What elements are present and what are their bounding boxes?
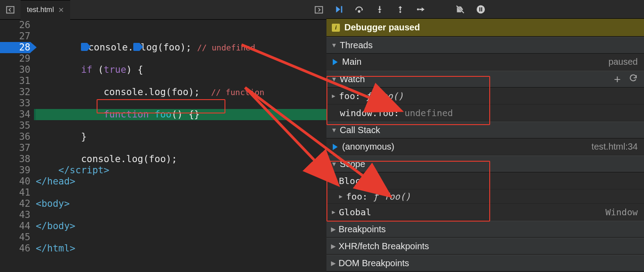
line-gutter: 2627282930313233343536373839404142434445… [0, 20, 34, 272]
watch-value: ƒ foo() [366, 91, 403, 101]
code-area: console.log(foo); // undefined if (true)… [34, 20, 326, 272]
editor-tabbar: test.html ✕ [0, 0, 326, 20]
section-label: Threads [340, 40, 373, 50]
section-label: DOM Breakpoints [339, 258, 409, 268]
scope-block[interactable]: ▼ Block [326, 172, 644, 189]
section-breakpoints[interactable]: ▶ Breakpoints [326, 221, 644, 238]
frame-location: test.html:34 [592, 142, 638, 152]
thread-main[interactable]: Main paused [326, 54, 644, 71]
nav-right-icon[interactable] [311, 2, 326, 17]
callstack-frame[interactable]: (anonymous) test.html:34 [326, 138, 644, 155]
svg-rect-6 [379, 6, 381, 9]
scope-label: Block [339, 176, 366, 186]
section-dom-breakpoints[interactable]: ▶ DOM Breakpoints [326, 255, 644, 272]
thread-name: Main [342, 57, 361, 67]
step-out-icon[interactable] [394, 4, 406, 15]
debugger-status-banner: i Debugger paused [326, 19, 644, 37]
current-frame-icon [333, 144, 338, 150]
section-xhr-breakpoints[interactable]: ▶ XHR/fetch Breakpoints [326, 238, 644, 255]
caret-down-icon: ▼ [331, 160, 337, 167]
step-into-icon[interactable] [374, 4, 386, 15]
watch-label: window.foo: [340, 108, 399, 118]
tab-label: test.html [27, 6, 54, 14]
code-editor[interactable]: 2627282930313233343536373839404142434445… [0, 20, 326, 272]
caret-down-icon: ▼ [332, 177, 335, 184]
debugger-panel: i Debugger paused ▼ Threads Main paused … [326, 0, 644, 272]
scope-var-label: foo: [346, 191, 368, 202]
scope-label: Global [339, 207, 371, 218]
section-callstack[interactable]: ▼ Call Stack [326, 121, 644, 138]
current-thread-icon [333, 59, 338, 65]
caret-down-icon: ▼ [331, 75, 337, 83]
svg-point-4 [358, 10, 360, 12]
svg-point-5 [379, 11, 381, 13]
svg-rect-18 [481, 7, 482, 11]
caret-right-icon: ▶ [332, 209, 335, 215]
svg-marker-10 [398, 6, 402, 8]
caret-right-icon: ▶ [331, 243, 336, 250]
section-label: Watch [340, 74, 365, 84]
svg-marker-13 [422, 7, 424, 11]
caret-down-icon: ▼ [331, 126, 337, 134]
pause-exceptions-icon[interactable] [475, 4, 487, 15]
svg-point-16 [477, 5, 485, 13]
caret-right-icon: ▶ [339, 193, 343, 200]
svg-point-11 [417, 8, 419, 10]
section-threads[interactable]: ▼ Threads [326, 37, 644, 54]
svg-rect-1 [315, 6, 323, 13]
svg-rect-0 [7, 6, 14, 13]
step-icon[interactable] [415, 4, 427, 15]
caret-right-icon: ▶ [331, 259, 336, 267]
caret-right-icon: ▶ [332, 92, 335, 99]
add-watch-icon[interactable]: + [614, 75, 621, 83]
scope-var-value: ƒ foo() [373, 191, 411, 202]
svg-marker-7 [378, 9, 381, 11]
scope-global[interactable]: ▶ Global Window [326, 204, 644, 221]
section-watch[interactable]: ▼ Watch + [326, 71, 644, 88]
debugger-status-text: Debugger paused [344, 22, 420, 33]
watch-foo[interactable]: ▶ foo: ƒ foo() [326, 88, 644, 105]
refresh-icon[interactable] [629, 74, 638, 85]
step-over-icon[interactable] [353, 4, 365, 15]
scope-global-value: Window [606, 207, 638, 218]
section-label: Call Stack [340, 125, 380, 135]
section-scope[interactable]: ▼ Scope [326, 155, 644, 172]
thread-state: paused [608, 57, 638, 67]
section-label: XHR/fetch Breakpoints [339, 241, 429, 251]
svg-rect-9 [400, 7, 401, 10]
svg-rect-12 [419, 8, 422, 10]
section-label: Breakpoints [339, 224, 386, 234]
watch-value: undefined [405, 108, 453, 118]
watch-label: foo: [339, 91, 360, 101]
info-icon: i [332, 24, 340, 32]
svg-rect-3 [341, 6, 343, 13]
close-icon[interactable]: ✕ [58, 6, 64, 14]
resume-icon[interactable] [333, 4, 344, 15]
deactivate-breakpoints-icon[interactable] [454, 4, 466, 15]
watch-window-foo[interactable]: window.foo: undefined [326, 105, 644, 121]
svg-point-8 [399, 11, 401, 13]
debugger-toolbar [326, 0, 644, 19]
section-label: Scope [340, 159, 365, 169]
tab-test-html[interactable]: test.html ✕ [21, 0, 70, 20]
nav-left-icon[interactable] [3, 2, 18, 17]
scope-block-foo[interactable]: ▶ foo: ƒ foo() [326, 189, 644, 204]
frame-name: (anonymous) [342, 142, 394, 152]
caret-down-icon: ▼ [331, 42, 337, 49]
svg-rect-17 [479, 7, 480, 11]
svg-marker-2 [336, 6, 340, 13]
caret-right-icon: ▶ [331, 226, 336, 233]
